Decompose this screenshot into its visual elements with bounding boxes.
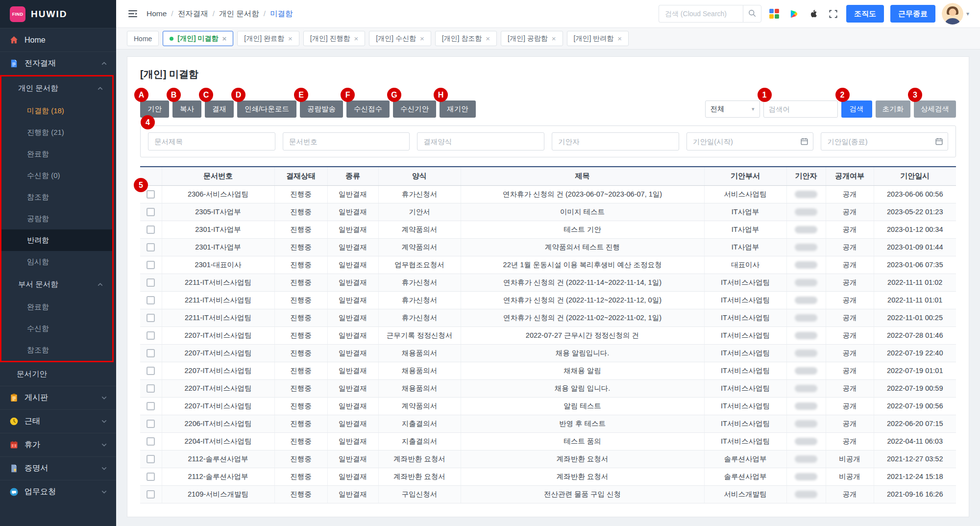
search-category-select[interactable]: 전체 ▾: [705, 100, 760, 118]
table-row[interactable]: 2301-대표이사진행중일반결재업무협조요청서22년 1월 운동시설 이용 복리…: [140, 256, 956, 274]
toolbar-approve-button[interactable]: 결재: [205, 100, 234, 118]
menu-toggle-icon[interactable]: [127, 8, 139, 20]
row-checkbox[interactable]: [147, 208, 155, 216]
table-row[interactable]: 2112-솔루션사업부진행중일반결재계좌반환 요청서계좌반환 요청서솔루션사업부…: [140, 468, 956, 485]
sidebar-item-work-request[interactable]: 업무요청: [0, 480, 116, 503]
table-row[interactable]: 2301-IT사업부진행중일반결재계약품의서테스트 기안IT사업부공개2023-…: [140, 221, 956, 238]
close-icon[interactable]: ×: [420, 35, 424, 42]
sidebar-item-rejected[interactable]: 반려함: [1, 229, 112, 251]
sidebar-item-attendance[interactable]: 근태: [0, 409, 116, 433]
row-checkbox[interactable]: [147, 331, 155, 340]
reset-button[interactable]: 초기화: [876, 100, 911, 118]
sidebar-item-board[interactable]: 게시판: [0, 386, 116, 409]
sidebar-item-completed[interactable]: 완료함: [1, 143, 112, 165]
apps-grid-icon[interactable]: [768, 7, 781, 21]
table-row[interactable]: 2305-IT사업부진행중일반결재기안서이미지 테스트IT사업부공개2023-0…: [140, 203, 956, 221]
filter-draft-date-end-input[interactable]: [821, 132, 948, 150]
search-button[interactable]: 검색: [841, 100, 872, 118]
tab-personal-circulated[interactable]: [개인] 공람함×: [501, 31, 563, 46]
sidebar-group-personal-docbox[interactable]: 개인 문서함: [1, 76, 112, 100]
global-search-input[interactable]: [659, 5, 743, 23]
sidebar-item-eapproval[interactable]: 전자결재: [0, 51, 116, 75]
google-play-icon[interactable]: [787, 7, 801, 21]
sidebar-item-dept-received[interactable]: 수신함: [1, 318, 112, 339]
tab-personal-rejected[interactable]: [개인] 반려함×: [567, 31, 629, 46]
close-icon[interactable]: ×: [486, 35, 490, 42]
breadcrumb-item[interactable]: 개인 문서함: [219, 9, 259, 19]
close-icon[interactable]: ×: [222, 35, 227, 42]
row-checkbox[interactable]: [147, 296, 155, 304]
tab-personal-pending[interactable]: [개인] 미결함×: [163, 31, 233, 46]
sidebar-item-pending[interactable]: 미결함 (18): [1, 100, 112, 122]
tab-personal-progress[interactable]: [개인] 진행함×: [303, 31, 365, 46]
row-checkbox[interactable]: [147, 349, 155, 357]
close-icon[interactable]: ×: [552, 35, 556, 42]
tab-personal-completed[interactable]: [개인] 완료함×: [237, 31, 299, 46]
apple-icon[interactable]: [807, 7, 820, 21]
org-chart-button[interactable]: 조직도: [846, 5, 884, 23]
row-checkbox[interactable]: [147, 314, 155, 322]
table-row[interactable]: 2306-서비스사업팀진행중일반결재휴가신청서연차휴가 신청의 건 (2023-…: [140, 185, 956, 203]
sidebar-item-dept-completed[interactable]: 완료함: [1, 296, 112, 318]
toolbar-draft-button[interactable]: 기안: [140, 100, 169, 118]
global-search-button[interactable]: [743, 5, 761, 23]
table-row[interactable]: 2207-IT서비스사업팀진행중일반결재채용품의서채채용 알림IT서비스사업팀공…: [140, 362, 956, 379]
tab-home[interactable]: Home: [127, 31, 159, 46]
row-checkbox[interactable]: [147, 402, 155, 410]
close-icon[interactable]: ×: [617, 35, 622, 42]
filter-doc-number-input[interactable]: [283, 132, 410, 150]
toolbar-print-download-button[interactable]: 인쇄/다운로드: [237, 100, 296, 118]
work-end-button[interactable]: 근무종료: [890, 5, 935, 23]
table-row[interactable]: 2211-IT서비스사업팀진행중일반결재휴가신청서연차휴가 신청의 건 (202…: [140, 309, 956, 326]
table-row[interactable]: 2206-IT서비스사업팀진행중일반결재지출결의서반영 후 테스트IT서비스사업…: [140, 415, 956, 432]
profile-chevron-down-icon[interactable]: ▾: [966, 10, 969, 17]
sidebar-item-doc-draft[interactable]: 문서기안: [0, 362, 116, 386]
table-row[interactable]: 2207-IT서비스사업팀진행중일반결재채용품의서채용 알림 입니다.IT서비스…: [140, 379, 956, 397]
sidebar-item-in-progress[interactable]: 진행함 (21): [1, 122, 112, 143]
row-checkbox[interactable]: [147, 278, 155, 287]
fullscreen-icon[interactable]: [827, 7, 840, 21]
row-checkbox[interactable]: [147, 384, 155, 393]
table-row[interactable]: 2211-IT서비스사업팀진행중일반결재휴가신청서연차휴가 신청의 건 (202…: [140, 274, 956, 291]
sidebar-item-vacation[interactable]: 휴가: [0, 433, 116, 456]
sidebar-item-referenced[interactable]: 참조함: [1, 186, 112, 208]
row-checkbox[interactable]: [147, 473, 155, 481]
close-icon[interactable]: ×: [288, 35, 293, 42]
toolbar-circulation-send-button[interactable]: 공람발송: [300, 100, 343, 118]
sidebar-group-dept-docbox[interactable]: 부서 문서함: [1, 273, 112, 296]
row-checkbox[interactable]: [147, 367, 155, 375]
breadcrumb-item[interactable]: Home: [147, 9, 167, 18]
sidebar-item-circulated[interactable]: 공람함: [1, 208, 112, 229]
toolbar-copy-button[interactable]: 복사: [172, 100, 201, 118]
table-row[interactable]: 2109-서비스개발팀진행중일반결재구입신청서전산관련 물품 구입 신청서비스개…: [140, 485, 956, 503]
table-row[interactable]: 2112-솔루션사업부진행중일반결재계좌반환 요청서계좌반환 요청서솔루션사업부…: [140, 450, 956, 468]
toolbar-receive-accept-button[interactable]: 수신접수: [346, 100, 390, 118]
breadcrumb-item[interactable]: 전자결재: [178, 9, 208, 19]
sidebar-item-home[interactable]: Home: [0, 28, 116, 51]
table-row[interactable]: 2207-IT서비스사업팀진행중일반결재채용품의서채용 알림입니다.IT서비스사…: [140, 344, 956, 362]
toolbar-receive-draft-button[interactable]: 수신기안: [393, 100, 436, 118]
row-checkbox[interactable]: [147, 190, 155, 199]
sidebar-item-dept-referenced[interactable]: 참조함: [1, 339, 112, 361]
row-checkbox[interactable]: [147, 437, 155, 446]
filter-draft-date-start-input[interactable]: [686, 132, 814, 150]
row-checkbox[interactable]: [147, 420, 155, 428]
keyword-input[interactable]: [763, 100, 838, 118]
advanced-search-button[interactable]: 상세검색: [914, 100, 956, 118]
row-checkbox[interactable]: [147, 261, 155, 269]
brand-logo-area[interactable]: FIND HUWID: [0, 0, 116, 28]
toolbar-redraft-button[interactable]: 재기안: [440, 100, 476, 118]
filter-drafter-input[interactable]: [552, 132, 679, 150]
row-checkbox[interactable]: [147, 490, 155, 499]
table-row[interactable]: 2301-IT사업부진행중일반결재계약품의서계약품의서 테스트 진행IT사업부공…: [140, 238, 956, 256]
close-icon[interactable]: ×: [354, 35, 358, 42]
row-checkbox[interactable]: [147, 455, 155, 463]
table-row[interactable]: 2204-IT서비스사업팀진행중일반결재지출결의서테스트 품의IT서비스사업팀공…: [140, 432, 956, 450]
table-row[interactable]: 2207-IT서비스사업팀진행중일반결재근무기록 정정신청서2022-07-27…: [140, 326, 956, 344]
tab-personal-received[interactable]: [개인] 수신함×: [369, 31, 431, 46]
row-checkbox[interactable]: [147, 225, 155, 234]
tab-personal-referenced[interactable]: [개인] 참조함×: [435, 31, 497, 46]
table-row[interactable]: 2211-IT서비스사업팀진행중일반결재휴가신청서연차휴가 신청의 건 (202…: [140, 291, 956, 309]
avatar[interactable]: [942, 3, 963, 25]
table-row[interactable]: 2207-IT서비스사업팀진행중일반결재계약품의서알림 테스트IT서비스사업팀공…: [140, 397, 956, 415]
